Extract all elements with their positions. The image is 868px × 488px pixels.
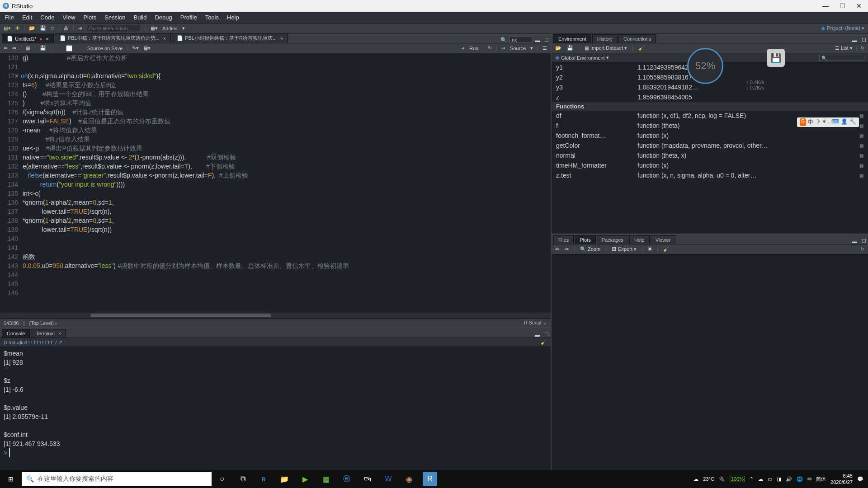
wand-icon[interactable]: ✎▾	[132, 45, 139, 51]
outline-icon[interactable]: ☰	[542, 45, 547, 51]
panel-minimize-icon[interactable]: ▬	[533, 332, 542, 338]
menu-view[interactable]: View	[62, 14, 75, 21]
notifications-icon[interactable]: 💬	[857, 476, 863, 482]
tabs-search-input[interactable]	[509, 37, 532, 43]
goto-dir-icon[interactable]: ↗	[58, 339, 62, 345]
close-tab-icon[interactable]: ×	[280, 36, 283, 41]
import-dataset-button[interactable]: ▦ Import Dataset ▾	[585, 45, 627, 51]
panel-minimize-icon[interactable]: ▬	[850, 38, 859, 43]
maximize-button[interactable]: ☐	[840, 2, 845, 9]
view-function-icon[interactable]: ▦	[859, 123, 863, 128]
refresh-icon[interactable]: ↻	[860, 45, 864, 51]
save-icon[interactable]: 💾	[40, 25, 46, 31]
folder-tray-icon[interactable]: ▭	[768, 476, 772, 482]
console-working-dir[interactable]: D:/rstudio11111111111/	[4, 340, 57, 345]
ime-toolbar-overlay[interactable]: S 中☽✶,⌨👤🔧	[797, 117, 859, 127]
volume-icon[interactable]: 🔊	[786, 476, 792, 482]
show-document-icon[interactable]: ▦	[26, 45, 30, 51]
new-file-icon[interactable]: ▤▾	[4, 25, 11, 31]
run-button[interactable]: Run	[469, 46, 478, 51]
minimize-button[interactable]: —	[822, 2, 829, 9]
source-tab[interactable]: 📄Untitled1*●×	[2, 34, 54, 43]
clear-console-icon[interactable]: 🧹	[541, 339, 547, 345]
view-function-icon[interactable]: ▦	[859, 143, 863, 148]
panel-minimize-icon[interactable]: ▬	[850, 239, 859, 244]
clear-plots-icon[interactable]: 🧹	[663, 246, 670, 252]
export-button[interactable]: 🖼 Export ▾	[612, 246, 637, 252]
source-tab[interactable]: 📄PBL小组报告终稿：基于R语言实现重庆...×	[172, 33, 288, 43]
code-scope[interactable]: (Top Level)	[29, 320, 54, 326]
explorer-icon[interactable]: 📁	[274, 475, 295, 483]
menu-build[interactable]: Build	[134, 14, 147, 21]
ime-indicator[interactable]: 简体	[816, 476, 826, 483]
remove-plot-icon[interactable]: ✖	[648, 246, 652, 252]
editor-horizontal-scrollbar[interactable]	[0, 313, 551, 318]
system-monitor-overlay[interactable]: 52%	[687, 48, 723, 84]
save-all-icon[interactable]: ⧉	[51, 25, 54, 31]
grid-icon[interactable]: ▦▾	[151, 25, 158, 31]
close-button[interactable]: ✕	[856, 2, 862, 9]
addins-button[interactable]: Addins	[162, 26, 178, 31]
save-icon[interactable]: 💾	[40, 45, 46, 51]
refresh-plot-icon[interactable]: ↻	[860, 246, 864, 252]
rerun-icon[interactable]: ↻	[488, 45, 492, 51]
search-icon[interactable]: 🔍	[499, 37, 509, 43]
panel-minimize-icon[interactable]: ▬	[533, 38, 542, 43]
plots-tab-plots[interactable]: Plots	[575, 235, 595, 244]
menu-help[interactable]: Help	[227, 14, 239, 21]
panel-maximize-icon[interactable]: ☐	[542, 332, 551, 338]
compile-report-icon[interactable]: ▦▾	[143, 45, 151, 51]
close-tab-icon[interactable]: ×	[163, 36, 166, 41]
taskbar-search[interactable]: 🔍 在这里输入你要搜索的内容	[22, 472, 212, 486]
code-editor[interactable]: 1201211221231241251261271281291301311321…	[0, 53, 551, 313]
zoom-button[interactable]: 🔍 Zoom	[580, 246, 600, 252]
app-tan-icon[interactable]: ◉	[399, 475, 420, 483]
source-tab[interactable]: 📄PBL中稿：基于R语言实现重庆房价走势...×	[55, 33, 171, 43]
project-label[interactable]: ◉ Project: (None) ▾	[821, 25, 864, 31]
goto-file-input[interactable]	[87, 25, 141, 32]
ie-icon[interactable]: ⓔ	[336, 474, 357, 484]
environment-scope[interactable]: Global Environment	[561, 55, 605, 61]
new-project-icon[interactable]: ✚	[15, 25, 19, 31]
plots-tab-files[interactable]: Files	[553, 235, 574, 244]
save-workspace-icon[interactable]: 💾	[567, 45, 573, 51]
menu-debug[interactable]: Debug	[155, 14, 172, 21]
view-function-icon[interactable]: ▦	[859, 163, 863, 168]
media-icon[interactable]: ▶	[295, 475, 316, 483]
prev-plot-icon[interactable]: ⇐	[555, 246, 559, 252]
panel-maximize-icon[interactable]: ☐	[860, 37, 868, 43]
back-icon[interactable]: ⇐	[4, 45, 8, 51]
next-plot-icon[interactable]: ⇒	[565, 246, 569, 252]
clock[interactable]: 8:45 2020/6/27	[830, 473, 853, 485]
env-variable-row[interactable]: z1.95996398454005	[552, 92, 868, 102]
plots-tab-help[interactable]: Help	[629, 235, 650, 244]
env-function-row[interactable]: z.testfunction (x, n, sigma, alpha, u0 =…	[552, 170, 868, 180]
plots-tab-packages[interactable]: Packages	[597, 235, 628, 244]
power-tray-icon[interactable]: ◨	[777, 476, 781, 482]
env-function-row[interactable]: footinch_format…function (x)▦	[552, 131, 868, 141]
print-icon[interactable]: 🖶	[64, 26, 69, 31]
plots-tab-viewer[interactable]: Viewer	[651, 235, 675, 244]
globe-icon[interactable]: 🌐	[797, 476, 803, 482]
weather-icon[interactable]: ☁	[693, 476, 698, 482]
env-tab-history[interactable]: History	[592, 34, 618, 43]
menu-plots[interactable]: Plots	[83, 14, 96, 21]
view-function-icon[interactable]: ▦	[859, 133, 863, 138]
panel-maximize-icon[interactable]: ☐	[860, 238, 868, 244]
close-tab-icon[interactable]: ×	[46, 36, 48, 42]
menu-tools[interactable]: Tools	[205, 14, 219, 21]
word-icon[interactable]: W	[378, 475, 399, 483]
run-icon[interactable]: ➔	[461, 45, 465, 51]
source-icon[interactable]: ➔	[501, 45, 505, 51]
tray-expand-icon[interactable]: ⌃	[750, 476, 754, 482]
menu-code[interactable]: Code	[40, 14, 54, 21]
env-variable-row[interactable]: y31.08392019449182…	[552, 82, 868, 92]
app-green-icon[interactable]: ▦	[316, 475, 336, 483]
menu-profile[interactable]: Profile	[180, 14, 197, 21]
console-output[interactable]: $mean [1] 928 $z [1] -6.6 $p.value [1] 2…	[0, 347, 551, 470]
source-button[interactable]: Source	[510, 46, 526, 51]
load-workspace-icon[interactable]: 📂	[555, 45, 561, 51]
env-function-row[interactable]: normalfunction (theta, x)▦	[552, 150, 868, 160]
edge-icon[interactable]: e	[253, 475, 274, 483]
file-type[interactable]: R Script	[524, 320, 542, 325]
